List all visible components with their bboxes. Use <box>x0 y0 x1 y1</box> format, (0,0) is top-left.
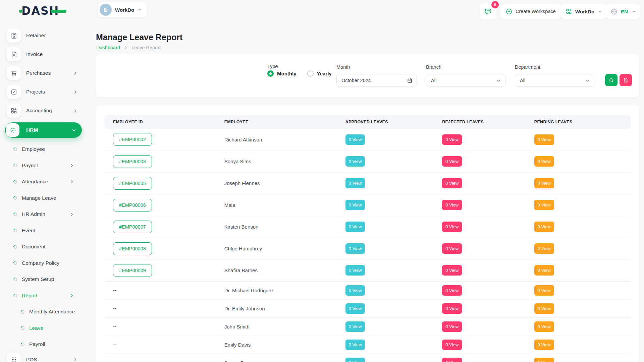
employee-id-badge[interactable]: #EMP00005 <box>113 177 152 190</box>
sidebar-item-accounting[interactable]: Accounting <box>7 104 81 118</box>
approved-leaves-view-button[interactable]: 0 View <box>345 265 365 276</box>
sidebar-item-employee[interactable]: Employee <box>0 141 87 158</box>
chevron-right-icon <box>69 212 74 217</box>
pending-leaves-view-button[interactable]: 0 View <box>534 200 554 210</box>
pending-leaves-view-button[interactable]: 0 View <box>534 265 554 276</box>
approved-leaves-view-button[interactable]: 0 View <box>345 134 365 145</box>
bullet-icon <box>13 228 18 233</box>
sidebar-item-report[interactable]: Report <box>0 288 87 304</box>
department-label: Department <box>515 64 540 70</box>
building-icon <box>102 6 109 13</box>
chevron-down-icon <box>585 78 590 83</box>
approved-leaves-view-button[interactable]: 0 View <box>345 178 365 188</box>
approved-leaves-view-button[interactable]: 0 View <box>345 358 365 362</box>
rejected-leaves-view-button[interactable]: 0 View <box>442 134 462 145</box>
sidebar-item-label: Leave <box>29 325 74 331</box>
sidebar-item-monthly-attendance[interactable]: Monthly Attendance <box>0 304 87 320</box>
sidebar-item-label: HR Admin <box>22 211 69 217</box>
sidebar-item-label: Attendance <box>22 179 69 185</box>
calendar-icon[interactable] <box>407 78 413 83</box>
rejected-leaves-view-button[interactable]: 0 View <box>442 222 462 232</box>
rejected-leaves-view-button[interactable]: 0 View <box>442 340 462 350</box>
workspace-selector[interactable]: WorkDo <box>98 2 147 17</box>
sidebar-item-pos[interactable]: POS <box>7 353 81 362</box>
filter-panel: Type Monthly Yearly Month October 2024 B… <box>96 54 639 97</box>
employee-name: Maia <box>224 194 345 216</box>
rejected-leaves-view-button[interactable]: 0 View <box>442 321 462 332</box>
language-selector[interactable]: EN <box>606 4 640 19</box>
sidebar-item-label: Projects <box>26 89 73 95</box>
yearly-radio-label[interactable]: Yearly <box>317 71 332 76</box>
pending-leaves-view-button[interactable]: 0 View <box>534 178 554 188</box>
table-header-row: EMPLOYEE IDEMPLOYEEAPPROVED LEAVESREJECT… <box>104 115 631 129</box>
pending-leaves-view-button[interactable]: 0 View <box>534 321 554 332</box>
rejected-leaves-view-button[interactable]: 0 View <box>442 178 462 188</box>
pending-leaves-view-button[interactable]: 0 View <box>534 222 554 232</box>
approved-leaves-view-button[interactable]: 0 View <box>345 303 365 314</box>
workdo-menu-label: WorkDo <box>575 9 594 14</box>
monthly-radio[interactable] <box>267 70 274 77</box>
rejected-leaves-view-button[interactable]: 0 View <box>442 358 462 362</box>
pending-leaves-view-button[interactable]: 0 View <box>534 303 554 314</box>
approved-leaves-view-button[interactable]: 0 View <box>345 243 365 254</box>
approved-leaves-view-button[interactable]: 0 View <box>345 340 365 350</box>
approved-leaves-view-button[interactable]: 0 View <box>345 285 365 296</box>
month-value: October 2024 <box>341 78 407 83</box>
sidebar-item-hrm[interactable]: HRM <box>5 122 82 138</box>
approved-leaves-view-button[interactable]: 0 View <box>345 222 365 232</box>
employee-id-badge[interactable]: #EMP00003 <box>113 155 152 168</box>
branch-select[interactable]: All <box>426 74 505 87</box>
breadcrumb-dashboard-link[interactable]: Dashboard <box>96 45 120 50</box>
sidebar-item-attendance[interactable]: Attendance <box>0 174 87 190</box>
sidebar-item-system-setup[interactable]: System Setup <box>0 271 87 288</box>
sidebar-item-invoice[interactable]: Invoice <box>7 47 81 61</box>
rejected-leaves-view-button[interactable]: 0 View <box>442 200 462 210</box>
employee-id-badge[interactable]: #EMP00008 <box>113 242 152 255</box>
sidebar-item-hr-admin[interactable]: HR Admin <box>0 206 87 223</box>
chevron-down-icon <box>632 9 636 14</box>
employee-id-badge[interactable]: #EMP00002 <box>113 133 152 146</box>
employee-id-badge[interactable]: #EMP00007 <box>113 221 152 233</box>
sidebar-item-event[interactable]: Event <box>0 223 87 239</box>
sidebar-item-payroll[interactable]: Payroll <box>0 158 87 174</box>
reset-button[interactable] <box>620 74 632 86</box>
rejected-leaves-view-button[interactable]: 0 View <box>442 303 462 314</box>
approved-leaves-view-button[interactable]: 0 View <box>345 200 365 210</box>
pending-leaves-view-button[interactable]: 0 View <box>534 243 554 254</box>
sidebar-item-retainer[interactable]: Retainer <box>7 28 81 43</box>
employee-name: Dr. Emily Johnson <box>224 299 345 317</box>
rejected-leaves-view-button[interactable]: 0 View <box>442 156 462 167</box>
approved-leaves-view-button[interactable]: 0 View <box>345 156 365 167</box>
sidebar-item-payroll[interactable]: Payroll <box>0 336 87 353</box>
sidebar-item-manage-leave[interactable]: Manage Leave <box>0 190 87 206</box>
rejected-leaves-view-button[interactable]: 0 View <box>442 265 462 276</box>
monthly-radio-label[interactable]: Monthly <box>277 71 297 76</box>
sidebar-item-company-policy[interactable]: Company Policy <box>0 255 87 272</box>
search-button[interactable] <box>605 74 618 86</box>
create-workspace-button[interactable]: Create Workspace <box>500 4 561 19</box>
purchases-icon <box>7 66 21 80</box>
rejected-leaves-view-button[interactable]: 0 View <box>442 285 462 296</box>
table-row: #EMP00002Richard Atkinson0 View0 View0 V… <box>104 129 631 150</box>
pending-leaves-view-button[interactable]: 0 View <box>534 358 554 362</box>
sidebar-item-document[interactable]: Document <box>0 239 87 255</box>
department-select[interactable]: All <box>515 74 594 87</box>
sidebar-item-purchases[interactable]: Purchases <box>7 66 81 80</box>
month-input[interactable]: October 2024 <box>336 74 417 87</box>
pending-leaves-view-button[interactable]: 0 View <box>534 156 554 167</box>
pending-leaves-view-button[interactable]: 0 View <box>534 340 554 350</box>
messages-count-badge: 0 <box>491 1 499 8</box>
yearly-radio[interactable] <box>307 70 314 77</box>
employee-id-badge[interactable]: #EMP00006 <box>113 199 152 212</box>
employee-id-empty: -- <box>113 323 116 329</box>
brand-logo[interactable]: DASH <box>21 4 68 17</box>
workdo-menu-button[interactable]: WorkDo <box>561 4 607 19</box>
pending-leaves-view-button[interactable]: 0 View <box>534 285 554 296</box>
pending-leaves-view-button[interactable]: 0 View <box>534 134 554 145</box>
rejected-leaves-view-button[interactable]: 0 View <box>442 243 462 254</box>
sidebar-item-leave[interactable]: Leave <box>0 320 87 337</box>
messages-button[interactable]: 0 <box>480 3 496 19</box>
sidebar-item-projects[interactable]: Projects <box>7 85 81 99</box>
approved-leaves-view-button[interactable]: 0 View <box>345 321 365 332</box>
employee-id-badge[interactable]: #EMP00009 <box>113 264 152 277</box>
